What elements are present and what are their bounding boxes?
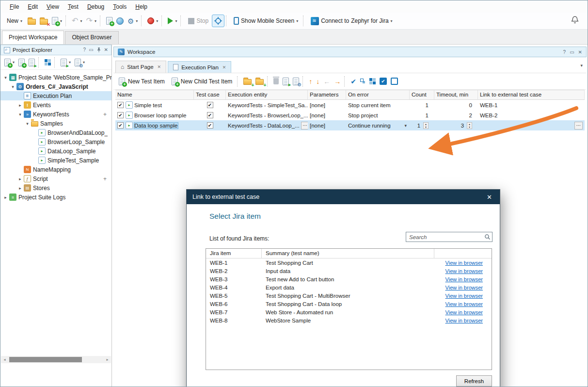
export-plan-button[interactable] (291, 75, 301, 88)
move-up-button[interactable]: ↑ (307, 75, 314, 88)
uncheck-all-button[interactable] (358, 75, 367, 88)
jira-item-row-web-4[interactable]: WEB-4Export dataView in browser (206, 283, 492, 291)
scroll-left-icon[interactable]: ◂ (1, 357, 8, 362)
add-new-item-button[interactable] (104, 15, 114, 27)
object-browser-button[interactable] (43, 57, 53, 68)
tree-item-namemapping[interactable]: NameMapping (0, 165, 111, 174)
view-in-browser-link[interactable]: View in browser (445, 285, 483, 290)
run-project-button[interactable]: ▾ (59, 57, 73, 68)
new-button[interactable]: New ▾ (3, 15, 26, 27)
test-case-checkbox[interactable]: ✔ (207, 112, 213, 118)
enabled-checkbox[interactable]: ✔ (117, 122, 124, 129)
browse-link-button[interactable]: ⋯ (574, 122, 583, 129)
view-in-browser-link[interactable]: View in browser (445, 268, 483, 274)
expand-icon[interactable]: ▸ (17, 186, 23, 191)
column-header-summary-test-name[interactable]: Summary (test name) (262, 249, 434, 258)
enabled-checkbox[interactable]: ✔ (117, 102, 124, 108)
expand-icon[interactable]: ▸ (17, 177, 23, 181)
add-child-group-button[interactable]: + (254, 75, 266, 88)
horizontal-scrollbar[interactable]: ◂ ▸ (1, 356, 111, 363)
enable-item-button[interactable]: ✔ (378, 75, 389, 88)
on-error-dropdown-icon[interactable]: ▾ (404, 123, 408, 128)
close-icon[interactable]: ✕ (104, 47, 108, 53)
check-group-button[interactable] (367, 75, 378, 88)
tree-item-simpletest-sample[interactable]: SimpleTest_Sample (0, 156, 111, 165)
tree-item-execution-plan[interactable]: Execution Plan (0, 91, 111, 100)
test-item-row-simple-test[interactable]: ✔Simple test✔KeywordTests - SimpleTest_S… (115, 100, 585, 110)
view-in-browser-link[interactable]: View in browser (445, 318, 483, 323)
tab-list-dropdown-icon[interactable]: ▾ (580, 63, 583, 68)
menu-test[interactable]: Test (64, 1, 83, 12)
add-existing-item-button[interactable] (16, 57, 27, 68)
tree-item-project-suite-webstore-sample-proje[interactable]: ▾Project Suite 'WebStore_Sample_Proje (0, 73, 111, 82)
undo-button[interactable]: ↶▾ (70, 15, 84, 27)
connect-zephyr-button[interactable]: Connect to Zephyr for Jira ▾ (307, 15, 396, 27)
jira-item-row-web-8[interactable]: WEB-8WebStore SampleView in browser (206, 316, 492, 324)
move-down-button[interactable]: ↓ (314, 75, 321, 88)
disable-item-button[interactable] (389, 75, 400, 88)
collapse-icon[interactable]: ▾ (10, 84, 16, 89)
move-right-button[interactable]: → (332, 75, 343, 88)
column-header-name[interactable]: Name (115, 90, 194, 99)
collapse-icon[interactable]: ▾ (17, 112, 23, 117)
tab-execution-plan[interactable]: Execution Plan✕ (168, 61, 231, 73)
save-button[interactable]: ▾ (50, 15, 64, 27)
test-item-row-data-loop-sample[interactable]: ✔Data loop sample✔KeywordTests - DataLoo… (115, 120, 585, 130)
view-in-browser-link[interactable]: View in browser (445, 260, 483, 266)
column-header-on-error[interactable]: On error (346, 90, 410, 99)
enabled-checkbox[interactable]: ✔ (117, 112, 124, 118)
float-window-icon[interactable]: ▭ (89, 47, 93, 53)
record-button[interactable]: ▾ (145, 15, 160, 27)
column-header-count[interactable]: Count (410, 90, 434, 99)
tree-item-browseranddataloop[interactable]: BrowserAndDataLoop_ (0, 128, 111, 137)
scroll-right-icon[interactable]: ▸ (104, 357, 111, 362)
float-window-icon[interactable]: ▭ (570, 49, 574, 55)
tree-item-dataloop-sample[interactable]: DataLoop_Sample (0, 146, 111, 156)
jira-item-row-web-1[interactable]: WEB-1Test Shopping CartView in browser (206, 258, 492, 267)
pin-icon[interactable] (96, 47, 101, 53)
tree-item-browserloop-sample[interactable]: BrowserLoop_Sample (0, 137, 111, 146)
close-tab-icon[interactable]: ✕ (222, 65, 226, 70)
new-test-item-button[interactable]: New Test Item (115, 75, 168, 88)
web-testing-button[interactable] (114, 15, 126, 27)
dialog-title-bar[interactable]: Link to external test case ✕ (187, 190, 500, 204)
tree-item-samples[interactable]: ▾Samples (0, 119, 111, 128)
collapse-icon[interactable]: ▾ (24, 121, 31, 126)
close-icon[interactable]: ✕ (578, 49, 582, 55)
redo-button[interactable]: ↷▾ (84, 15, 98, 27)
show-mobile-screen-button[interactable]: Show Mobile Screen ▾ (230, 15, 302, 27)
column-header-jira-item[interactable]: Jira item (206, 249, 262, 258)
menu-file[interactable]: File (5, 1, 23, 12)
column-header-execution-entity[interactable]: Execution entity (226, 90, 308, 99)
browse-entity-button[interactable]: ⋯ (301, 122, 308, 129)
expand-icon[interactable]: ▸ (17, 103, 23, 108)
run-project-suite-button[interactable]: ▾ (73, 57, 87, 68)
jira-item-row-web-2[interactable]: WEB-2Input dataView in browser (206, 267, 492, 275)
tree-item-stores[interactable]: ▸Stores (0, 183, 111, 193)
check-all-button[interactable]: ✔ (349, 75, 358, 88)
add-group-button[interactable]: + (241, 75, 254, 88)
close-button[interactable]: ✕ (38, 15, 50, 27)
jira-item-row-web-3[interactable]: WEB-3Test new Add to Cart buttonView in … (206, 275, 492, 283)
open-item-button[interactable] (27, 57, 37, 68)
test-item-row-browser-loop-sample[interactable]: ✔Browser loop sample✔KeywordTests - Brow… (115, 110, 585, 120)
jira-item-row-web-7[interactable]: WEB-7Web Store - Automated runView in br… (206, 308, 492, 316)
tree-item-project-suite-logs[interactable]: ▸Project Suite Logs (0, 193, 111, 202)
tree-item-keywordtests[interactable]: ▾KeywordTests+ (0, 110, 111, 119)
view-in-browser-link[interactable]: View in browser (445, 276, 483, 282)
column-header-test-case[interactable]: Test case (194, 90, 226, 99)
view-in-browser-link[interactable]: View in browser (445, 301, 483, 307)
tab-object-browser[interactable]: Object Browser (65, 31, 118, 44)
column-header-link-to-external-test-case[interactable]: Link to external test case (478, 90, 585, 99)
view-in-browser-link[interactable]: View in browser (445, 309, 483, 315)
help-icon[interactable]: ? (563, 49, 566, 55)
tab-start-page[interactable]: ⌂Start Page✕ (115, 61, 166, 73)
add-item-icon[interactable]: + (103, 176, 107, 182)
run-selected-item-button[interactable] (281, 75, 291, 88)
stop-button[interactable]: Stop (185, 15, 212, 27)
close-tab-icon[interactable]: ✕ (158, 64, 161, 69)
refresh-button[interactable]: Refresh (456, 375, 492, 387)
jira-item-row-web-5[interactable]: WEB-5Test Shopping Cart - MultiBrowserVi… (206, 291, 492, 300)
notifications-bell-icon[interactable] (571, 16, 579, 26)
add-new-item-button[interactable]: ▾ (2, 57, 16, 68)
